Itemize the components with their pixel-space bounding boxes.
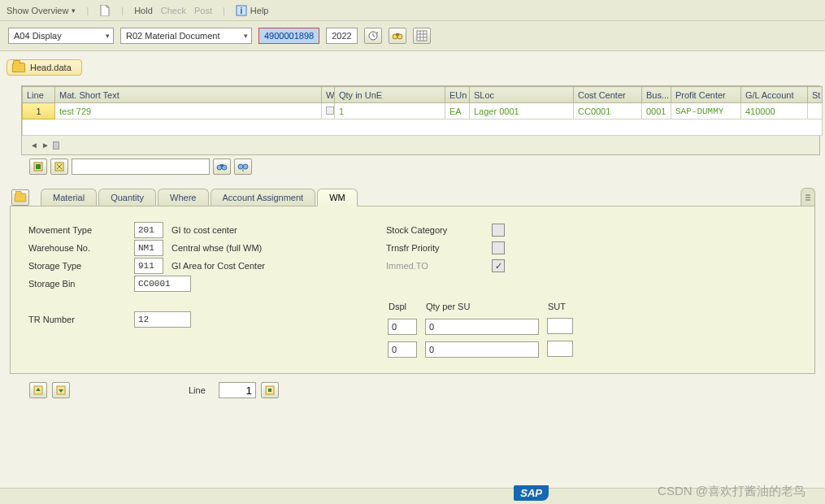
tab-scroll-button[interactable]	[801, 188, 815, 206]
collapse-detail-button[interactable]	[11, 189, 29, 206]
qty-su-1-input[interactable]: 0	[425, 319, 539, 335]
col-material[interactable]: Mat. Short Text	[55, 87, 322, 103]
col-cost-center[interactable]: Cost Center	[574, 87, 642, 103]
movement-type-label: Movement Type	[28, 225, 126, 235]
check-button: Check	[161, 6, 186, 15]
activity-dropdown[interactable]: A04 Display	[8, 28, 114, 44]
storage-bin-field[interactable]: CC0001	[134, 276, 191, 292]
cell-material[interactable]: test 729	[55, 103, 322, 119]
line-number-input[interactable]	[219, 382, 256, 398]
warehouse-no-field[interactable]: NM1	[134, 240, 163, 256]
storage-bin-label: Storage Bin	[28, 279, 126, 289]
scroll-left-icon[interactable]: ◄	[30, 141, 38, 150]
document-year-input[interactable]: 2022	[326, 28, 357, 44]
selection-criteria-bar: A04 Display R02 Material Document 490000…	[0, 21, 825, 51]
warehouse-no-label: Warehouse No.	[28, 243, 126, 253]
select-all-button[interactable]	[29, 159, 47, 175]
qty-su-2-input[interactable]: 0	[425, 341, 539, 358]
find-next-button[interactable]	[234, 159, 252, 175]
cell-status[interactable]	[808, 103, 823, 119]
tab-account-assignment[interactable]: Account Assignment	[211, 189, 316, 206]
tab-where[interactable]: Where	[158, 189, 208, 206]
head-data-button[interactable]: Head.data	[7, 59, 82, 76]
deselect-all-button[interactable]	[50, 159, 68, 175]
col-business-area[interactable]: Bus...	[642, 87, 671, 103]
grid-search-input[interactable]	[72, 159, 210, 175]
su-table: Dspl Qty per SU SUT 0 0 0 0	[386, 299, 581, 362]
grid-row[interactable]: 1 test 729 1 EA Lager 0001 CC0001 0001 S…	[23, 103, 823, 119]
dspl-1-input[interactable]: 0	[388, 319, 417, 335]
new-doc-button[interactable]	[99, 5, 111, 16]
svg-point-13	[238, 164, 243, 169]
cell-cost-center[interactable]: CC0001	[574, 103, 642, 119]
cell-sloc[interactable]: Lager 0001	[470, 103, 574, 119]
go-to-line-button[interactable]	[261, 382, 279, 398]
document-number-input[interactable]: 4900001898	[258, 28, 319, 44]
col-w[interactable]: W	[322, 87, 335, 103]
reference-doc-dropdown[interactable]: R02 Material Document	[120, 28, 252, 44]
movement-type-desc: GI to cost center	[172, 225, 237, 235]
binoculars-next-icon	[237, 161, 249, 172]
arrow-up-icon	[33, 385, 44, 396]
enter-icon	[264, 385, 276, 396]
tab-scroll-icon	[804, 193, 812, 202]
find-in-grid-button[interactable]	[213, 159, 231, 175]
tr-number-label: TR Number	[28, 315, 126, 324]
scroll-right-icon[interactable]: ►	[41, 141, 50, 150]
col-qty[interactable]: Qty in UnE	[335, 87, 445, 103]
warehouse-no-desc: Central whse (full WM)	[172, 243, 262, 253]
col-gl-account[interactable]: G/L Account	[741, 87, 808, 103]
cell-gl[interactable]: 410000	[741, 103, 808, 119]
sut-1-input[interactable]	[547, 318, 573, 334]
tab-wm[interactable]: WM	[317, 189, 358, 206]
execute-button[interactable]	[364, 28, 382, 44]
immed-to-label: Immed.TO	[386, 261, 484, 271]
prev-item-button[interactable]	[29, 382, 47, 398]
help-button[interactable]: i Help	[236, 5, 269, 16]
main-content: Head.data Line Mat. Short Text W Qty in …	[0, 51, 825, 410]
sut-2-input[interactable]	[547, 341, 573, 357]
grid-scroll-nav: ◄ ►	[22, 136, 819, 154]
svg-rect-6	[417, 31, 427, 41]
sap-logo: SAP	[514, 485, 549, 501]
dspl-2-input[interactable]: 0	[388, 341, 417, 358]
cell-bus[interactable]: 0001	[642, 103, 671, 119]
hold-button[interactable]: Hold	[134, 6, 153, 15]
post-button: Post	[194, 6, 212, 15]
storage-type-field[interactable]: 911	[134, 258, 163, 274]
next-item-button[interactable]	[52, 382, 70, 398]
storage-type-desc: GI Area for Cost Center	[172, 261, 265, 271]
qty-per-su-header: Qty per SU	[425, 301, 545, 315]
movement-type-field[interactable]: 201	[134, 222, 163, 238]
show-overview-button[interactable]: Show Overview ▾	[7, 6, 76, 15]
select-all-icon	[33, 162, 43, 172]
folder-icon	[12, 63, 25, 72]
detail-tabs: Material Quantity Where Account Assignme…	[5, 188, 820, 206]
col-status[interactable]: St	[808, 87, 823, 103]
cell-eun[interactable]: EA	[445, 103, 470, 119]
tr-number-field[interactable]: 12	[134, 311, 191, 328]
col-sloc[interactable]: SLoc	[470, 87, 574, 103]
cell-line[interactable]: 1	[23, 103, 55, 119]
document-icon	[99, 5, 111, 16]
svg-rect-12	[220, 164, 224, 167]
find-button[interactable]	[389, 28, 406, 44]
checkbox-icon[interactable]	[326, 106, 334, 115]
col-line[interactable]: Line	[23, 87, 55, 103]
folder-icon	[15, 193, 26, 202]
binoculars-icon	[392, 30, 403, 41]
cell-w[interactable]	[322, 103, 335, 119]
tab-quantity[interactable]: Quantity	[98, 189, 156, 206]
tab-material[interactable]: Material	[41, 189, 97, 206]
col-profit-center[interactable]: Profit Center	[671, 87, 741, 103]
grid-layout-button[interactable]	[413, 28, 431, 44]
cell-qty[interactable]: 1	[335, 103, 445, 119]
col-eun[interactable]: EUn	[445, 87, 470, 103]
binoculars-icon	[216, 161, 228, 172]
cell-profit[interactable]: SAP-DUMMY	[671, 103, 741, 119]
separator: |	[119, 6, 126, 15]
wm-tab-panel: Movement Type 201 GI to cost center Ware…	[10, 206, 815, 374]
scroll-thumb[interactable]	[53, 141, 59, 150]
items-grid: Line Mat. Short Text W Qty in UnE EUn SL…	[21, 85, 820, 155]
application-toolbar: Show Overview ▾ | | Hold Check Post | i …	[0, 0, 825, 21]
